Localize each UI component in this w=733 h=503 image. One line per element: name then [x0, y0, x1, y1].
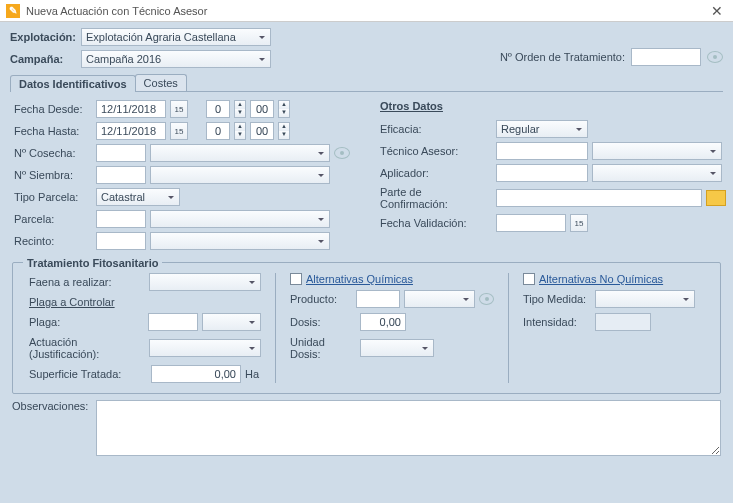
aplicador-label: Aplicador:	[380, 167, 492, 179]
eye-icon[interactable]	[334, 147, 350, 159]
fitosanitario-fieldset: Tratamiento Fitosanitario Faena a realiz…	[12, 262, 721, 394]
actuacion-label: Actuación (Justificación):	[29, 336, 145, 360]
app-icon: ✎	[6, 4, 20, 18]
fecha-desde-label: Fecha Desde:	[14, 103, 92, 115]
plaga-select[interactable]	[202, 313, 261, 331]
tecnico-input[interactable]	[496, 142, 588, 160]
parcela-select[interactable]	[150, 210, 330, 228]
intensidad-input[interactable]	[595, 313, 651, 331]
eficacia-label: Eficacia:	[380, 123, 492, 135]
titlebar: ✎ Nueva Actuación con Técnico Asesor ✕	[0, 0, 733, 22]
observaciones-row: Observaciones:	[12, 400, 721, 456]
folder-icon[interactable]	[706, 190, 726, 206]
fecha-hasta-hour[interactable]	[206, 122, 230, 140]
producto-select[interactable]	[404, 290, 475, 308]
cosecha-select[interactable]	[150, 144, 330, 162]
superficie-input[interactable]	[151, 365, 241, 383]
explotacion-select[interactable]: Explotación Agraria Castellana	[81, 28, 271, 46]
fecha-valid-label: Fecha Validación:	[380, 217, 492, 229]
fecha-hasta-min[interactable]	[250, 122, 274, 140]
dosis-label: Dosis:	[290, 316, 356, 328]
right-column: Otros Datos Eficacia: Regular Técnico As…	[380, 100, 726, 250]
eficacia-select[interactable]: Regular	[496, 120, 588, 138]
alt-no-quimicas-link[interactable]: Alternativas No Químicas	[539, 273, 663, 285]
tipo-medida-label: Tipo Medida:	[523, 293, 591, 305]
plaga-label: Plaga:	[29, 316, 144, 328]
tabs: Datos Identificativos Costes	[10, 74, 723, 92]
tab-datos[interactable]: Datos Identificativos	[10, 75, 136, 92]
tecnico-select[interactable]	[592, 142, 722, 160]
explotacion-label: Explotación:	[10, 31, 75, 43]
siembra-input[interactable]	[96, 166, 146, 184]
eye-icon[interactable]	[707, 51, 723, 63]
tipo-parcela-select[interactable]: Catastral	[96, 188, 180, 206]
producto-label: Producto:	[290, 293, 352, 305]
tipo-medida-select[interactable]	[595, 290, 695, 308]
alt-no-quimicas-checkbox[interactable]	[523, 273, 535, 285]
parte-label: Parte de Confirmación:	[380, 186, 492, 210]
campana-select[interactable]: Campaña 2016	[81, 50, 271, 68]
calendar-icon[interactable]: 15	[570, 214, 588, 232]
unidad-dosis-select[interactable]	[360, 339, 434, 357]
left-column: Fecha Desde: 15 ▲▼ ▲▼ Fecha Hasta: 15 ▲▼…	[14, 100, 350, 250]
otros-datos-header: Otros Datos	[380, 100, 726, 112]
fecha-desde-min[interactable]	[250, 100, 274, 118]
plaga-input[interactable]	[148, 313, 198, 331]
window-title: Nueva Actuación con Técnico Asesor	[26, 5, 707, 17]
observaciones-textarea[interactable]	[96, 400, 721, 456]
recinto-select[interactable]	[150, 232, 330, 250]
recinto-input[interactable]	[96, 232, 146, 250]
alt-quimicas-link[interactable]: Alternativas Químicas	[306, 273, 413, 285]
siembra-select[interactable]	[150, 166, 330, 184]
aplicador-select[interactable]	[592, 164, 722, 182]
hour-spinner[interactable]: ▲▼	[234, 100, 246, 118]
campana-label: Campaña:	[10, 53, 75, 65]
fitosanitario-legend: Tratamiento Fitosanitario	[23, 257, 162, 269]
intensidad-label: Intensidad:	[523, 316, 591, 328]
min-spinner[interactable]: ▲▼	[278, 122, 290, 140]
producto-input[interactable]	[356, 290, 400, 308]
faena-label: Faena a realizar:	[29, 276, 145, 288]
fecha-valid-input[interactable]	[496, 214, 566, 232]
dosis-input[interactable]	[360, 313, 406, 331]
recinto-label: Recinto:	[14, 235, 92, 247]
aplicador-input[interactable]	[496, 164, 588, 182]
plaga-header: Plaga a Controlar	[29, 296, 261, 308]
parcela-input[interactable]	[96, 210, 146, 228]
faena-select[interactable]	[149, 273, 261, 291]
actuacion-select[interactable]	[149, 339, 261, 357]
header-bar: Explotación: Explotación Agraria Castell…	[0, 22, 733, 72]
unidad-dosis-label: Unidad Dosis:	[290, 336, 356, 360]
tipo-parcela-label: Tipo Parcela:	[14, 191, 92, 203]
calendar-icon[interactable]: 15	[170, 100, 188, 118]
close-icon[interactable]: ✕	[707, 3, 727, 19]
superficie-label: Superficie Tratada:	[29, 368, 147, 380]
fecha-desde-hour[interactable]	[206, 100, 230, 118]
divider	[275, 273, 276, 383]
main-panel: Fecha Desde: 15 ▲▼ ▲▼ Fecha Hasta: 15 ▲▼…	[0, 92, 733, 258]
orden-input[interactable]	[631, 48, 701, 66]
observaciones-label: Observaciones:	[12, 400, 88, 456]
parcela-label: Parcela:	[14, 213, 92, 225]
cosecha-label: Nº Cosecha:	[14, 147, 92, 159]
fecha-hasta-label: Fecha Hasta:	[14, 125, 92, 137]
divider	[508, 273, 509, 383]
tab-costes[interactable]: Costes	[135, 74, 187, 91]
tecnico-label: Técnico Asesor:	[380, 145, 492, 157]
eye-icon[interactable]	[479, 293, 494, 305]
hour-spinner[interactable]: ▲▼	[234, 122, 246, 140]
fecha-hasta-input[interactable]	[96, 122, 166, 140]
min-spinner[interactable]: ▲▼	[278, 100, 290, 118]
alt-quimicas-checkbox[interactable]	[290, 273, 302, 285]
calendar-icon[interactable]: 15	[170, 122, 188, 140]
orden-label: Nº Orden de Tratamiento:	[500, 51, 625, 63]
siembra-label: Nº Siembra:	[14, 169, 92, 181]
parte-input[interactable]	[496, 189, 702, 207]
fecha-desde-input[interactable]	[96, 100, 166, 118]
superficie-unit: Ha	[245, 368, 259, 380]
cosecha-input[interactable]	[96, 144, 146, 162]
